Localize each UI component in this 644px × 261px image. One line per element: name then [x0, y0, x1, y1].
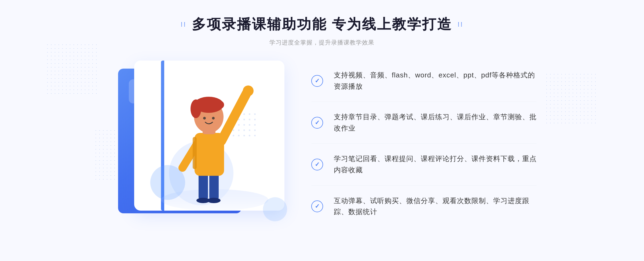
check-icon-1: ✓: [311, 75, 323, 87]
check-icon-4: ✓: [311, 200, 323, 212]
svg-rect-28: [209, 173, 219, 200]
svg-rect-39: [195, 101, 224, 109]
svg-point-18: [243, 129, 245, 131]
check-icon-2: ✓: [311, 117, 323, 129]
main-content: 《: [107, 60, 537, 227]
check-mark-3: ✓: [315, 162, 320, 167]
svg-point-23: [243, 135, 245, 136]
page-title: 多项录播课辅助功能 专为线上教学打造: [192, 15, 452, 34]
illustration-container: 《: [107, 61, 290, 227]
dots-icon-right: ⁞⁞: [458, 21, 463, 28]
feature-item-3: ✓ 学习笔记回看、课程提问、课程评论打分、课件资料下载，重点内容收藏: [311, 144, 537, 185]
check-mark-4: ✓: [315, 203, 320, 209]
svg-point-20: [254, 129, 256, 131]
circle-deco-2: [263, 197, 287, 221]
check-icon-3: ✓: [311, 159, 323, 170]
svg-point-19: [249, 129, 250, 131]
svg-point-25: [254, 135, 256, 136]
features-list: ✓ 支持视频、音频、flash、word、excel、ppt、pdf等各种格式的…: [290, 60, 537, 227]
svg-point-13: [243, 124, 245, 126]
page-header: ⁞⁞ 多项录播课辅助功能 专为线上教学打造 ⁞⁞ 学习进度全掌握，提升录播课教学…: [181, 15, 463, 47]
svg-point-14: [249, 124, 250, 126]
check-mark-1: ✓: [315, 78, 320, 84]
feature-item-2: ✓ 支持章节目录、弹题考试、课后练习、课后作业、章节测验、批改作业: [311, 102, 537, 144]
svg-point-30: [207, 198, 221, 203]
svg-point-17: [238, 129, 240, 131]
svg-point-15: [254, 124, 256, 126]
svg-rect-27: [199, 173, 208, 200]
svg-point-16: [233, 129, 234, 131]
dots-icon-left: ⁞⁞: [181, 21, 186, 28]
dot-grid-top-left: [46, 43, 99, 96]
svg-point-34: [243, 85, 254, 96]
title-row: ⁞⁞ 多项录播课辅助功能 专为线上教学打造 ⁞⁞: [181, 15, 463, 34]
feature-text-4: 互动弹幕、试听购买、微信分享、观看次数限制、学习进度跟踪、数据统计: [334, 195, 537, 218]
svg-point-3: [243, 113, 245, 115]
svg-point-8: [243, 119, 245, 120]
svg-rect-42: [193, 137, 197, 169]
feature-item-4: ✓ 互动弹幕、试听购买、微信分享、观看次数限制、学习进度跟踪、数据统计: [311, 186, 537, 227]
feature-text-2: 支持章节目录、弹题考试、课后练习、课后作业、章节测验、批改作业: [334, 111, 537, 134]
svg-point-41: [212, 117, 215, 120]
svg-point-10: [254, 119, 256, 120]
dot-grid-top-right: [545, 72, 598, 126]
svg-point-12: [238, 124, 240, 126]
svg-point-40: [203, 117, 206, 120]
svg-point-22: [238, 135, 240, 136]
feature-text-1: 支持视频、音频、flash、word、excel、ppt、pdf等各种格式的资源…: [334, 70, 537, 92]
svg-point-9: [249, 119, 250, 120]
svg-point-4: [249, 113, 250, 115]
svg-line-32: [221, 93, 247, 141]
check-mark-2: ✓: [315, 120, 320, 126]
svg-point-24: [249, 135, 250, 136]
svg-point-5: [254, 113, 256, 115]
svg-point-21: [233, 135, 234, 136]
page-subtitle: 学习进度全掌握，提升录播课教学效果: [181, 39, 463, 47]
page-container: ⁞⁞ 多项录播课辅助功能 专为线上教学打造 ⁞⁞ 学习进度全掌握，提升录播课教学…: [0, 0, 644, 261]
circle-deco-1: [150, 165, 185, 200]
feature-text-3: 学习笔记回看、课程提问、课程评论打分、课件资料下载，重点内容收藏: [334, 153, 537, 176]
feature-item-1: ✓ 支持视频、音频、flash、word、excel、ppt、pdf等各种格式的…: [311, 60, 537, 102]
